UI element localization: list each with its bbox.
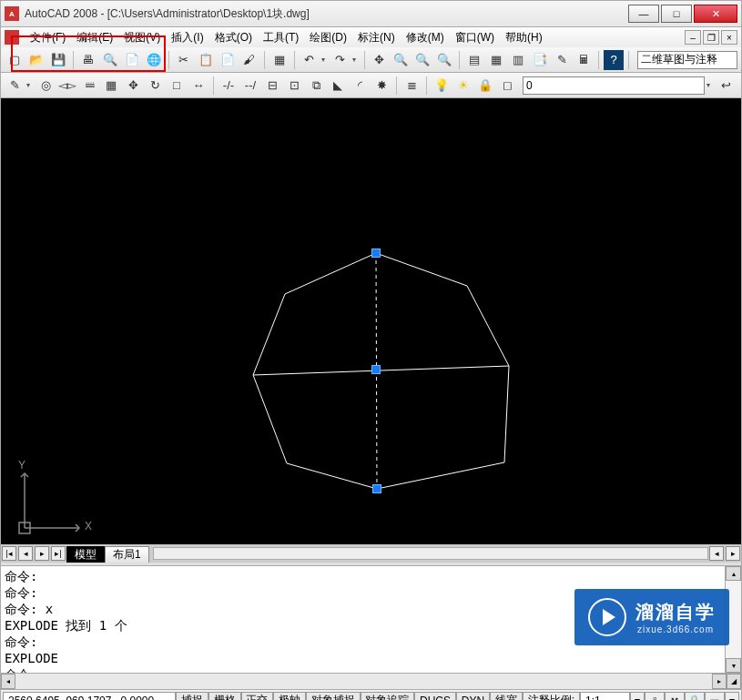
break-icon[interactable]: ⊡ <box>284 76 304 96</box>
menu-format[interactable]: 格式(O) <box>209 28 258 47</box>
rotate-icon[interactable]: ↻ <box>145 76 165 96</box>
layer-on-icon[interactable]: 💡 <box>432 76 452 96</box>
extend-icon[interactable]: --/ <box>240 76 260 96</box>
statusbar-menu-dropdown-icon[interactable]: ▾ <box>725 692 739 701</box>
scroll-left-button[interactable]: ◂ <box>1 674 15 689</box>
menu-insert[interactable]: 插入(I) <box>166 28 208 47</box>
toggle-osnap[interactable]: 对象捕捉 <box>306 692 361 701</box>
toggle-ortho[interactable]: 正交 <box>241 692 274 701</box>
polygon-midline[interactable] <box>253 366 509 375</box>
menu-view[interactable]: 视图(V) <box>118 28 166 47</box>
menu-dim[interactable]: 标注(N) <box>352 28 401 47</box>
grip-endpoint-bottom[interactable] <box>372 484 381 493</box>
break-point-icon[interactable]: ⊟ <box>262 76 282 96</box>
zoom-previous-icon[interactable]: 🔍 <box>434 50 454 70</box>
layers-icon[interactable]: ≣ <box>401 76 422 96</box>
tab-scroll-track[interactable] <box>153 547 708 560</box>
design-center-icon[interactable]: ▦ <box>486 50 506 70</box>
publish-icon[interactable]: 📄 <box>122 50 142 70</box>
annotation-scale-value[interactable]: 1:1 <box>580 692 630 701</box>
match-prop-icon[interactable]: 🖌 <box>239 50 259 70</box>
save-icon[interactable]: 💾 <box>48 50 68 70</box>
new-icon[interactable]: ▢ <box>5 50 25 70</box>
move-icon[interactable]: ✥ <box>123 76 143 96</box>
menu-modify[interactable]: 修改(M) <box>401 28 450 47</box>
toggle-lwt[interactable]: 线宽 <box>490 692 523 701</box>
scroll-down-button[interactable]: ▾ <box>726 658 741 673</box>
layer-selector[interactable] <box>523 76 705 95</box>
scroll-right-button[interactable]: ▸ <box>712 674 727 689</box>
join-icon[interactable]: ⧉ <box>306 76 326 96</box>
scroll-htrack[interactable] <box>15 674 712 689</box>
cut-icon[interactable]: ✂ <box>174 50 194 70</box>
menu-edit[interactable]: 编辑(E) <box>71 28 118 47</box>
layer-lock-icon[interactable]: 🔒 <box>475 76 495 96</box>
minimize-button[interactable]: — <box>628 5 659 23</box>
scale-icon[interactable]: □ <box>167 76 187 96</box>
properties-icon[interactable]: ▤ <box>464 50 484 70</box>
redo-dropdown-icon[interactable]: ▾ <box>352 56 360 64</box>
zoom-window-icon[interactable]: 🔍 <box>412 50 432 70</box>
layer-previous-icon[interactable]: ↩ <box>716 76 736 96</box>
quickcalc-icon[interactable]: 🖩 <box>574 50 594 70</box>
resize-grip-icon[interactable]: ◢ <box>727 674 741 689</box>
tool-palettes-icon[interactable]: ▥ <box>508 50 528 70</box>
drawing-canvas[interactable] <box>1 98 741 544</box>
tab-scroll-right[interactable]: ▸ <box>726 546 740 561</box>
workspace-selector[interactable] <box>637 51 737 69</box>
status-coordinates[interactable]: 2560.6495, 969.1707 , 0.0000 <box>3 692 176 701</box>
plot-preview-icon[interactable]: 🔍 <box>100 50 120 70</box>
paste-icon[interactable]: 📄 <box>218 50 238 70</box>
layer-dropdown-icon[interactable]: ▾ <box>706 81 714 89</box>
trim-icon[interactable]: -/- <box>219 76 239 96</box>
toggle-polar[interactable]: 极轴 <box>273 692 306 701</box>
annotation-visibility-icon[interactable]: ⟟ <box>645 692 665 701</box>
array-icon[interactable]: ▦ <box>101 76 121 96</box>
tab-scroll-left[interactable]: ◂ <box>709 546 724 561</box>
mirror-icon[interactable]: ◅▻ <box>57 76 77 96</box>
chamfer-icon[interactable]: ◣ <box>328 76 348 96</box>
offset-icon[interactable]: ⩸ <box>79 76 99 96</box>
toggle-ducs[interactable]: DUCS <box>414 692 456 701</box>
toggle-snap[interactable]: 捕捉 <box>176 692 208 701</box>
menu-help[interactable]: 帮助(H) <box>500 28 548 47</box>
menu-draw[interactable]: 绘图(D) <box>304 28 352 47</box>
copy-icon[interactable]: 📋 <box>196 50 216 70</box>
pan-icon[interactable]: ✥ <box>370 50 390 70</box>
mdi-close-button[interactable]: × <box>721 30 737 45</box>
toggle-grid[interactable]: 栅格 <box>208 692 241 701</box>
fillet-icon[interactable]: ◜ <box>350 76 370 96</box>
drawing-area[interactable]: X Y <box>0 98 742 544</box>
etransmit-icon[interactable]: 🌐 <box>144 50 164 70</box>
stretch-icon[interactable]: ↔ <box>188 76 208 96</box>
block-editor-icon[interactable]: ▦ <box>269 50 290 70</box>
scroll-up-button[interactable]: ▴ <box>726 566 741 581</box>
toggle-otrack[interactable]: 对象追踪 <box>361 692 415 701</box>
close-button[interactable]: ✕ <box>694 5 737 23</box>
zoom-realtime-icon[interactable]: 🔍 <box>391 50 412 70</box>
tab-next-button[interactable]: ▸ <box>35 546 49 561</box>
plot-icon[interactable]: 🖶 <box>78 50 98 70</box>
grip-endpoint-top[interactable] <box>371 249 381 258</box>
document-icon[interactable] <box>5 30 19 45</box>
erase-dropdown-icon[interactable]: ▾ <box>26 81 34 89</box>
tab-model[interactable]: 模型 <box>66 546 105 563</box>
mdi-minimize-button[interactable]: – <box>685 30 701 45</box>
maximize-button[interactable]: □ <box>661 5 692 23</box>
annotation-auto-icon[interactable]: ⤧ <box>665 692 685 701</box>
sheet-set-icon[interactable]: 📑 <box>530 50 550 70</box>
grip-midpoint[interactable] <box>371 365 381 374</box>
redo-icon[interactable]: ↷ <box>330 50 351 70</box>
tab-first-button[interactable]: |◂ <box>2 546 16 561</box>
command-hscrollbar[interactable]: ◂ ▸ ◢ <box>0 674 742 690</box>
help-icon[interactable]: ? <box>604 50 624 70</box>
toggle-dyn[interactable]: DYN <box>456 692 490 701</box>
undo-icon[interactable]: ↶ <box>300 50 320 70</box>
copy-obj-icon[interactable]: ◎ <box>36 76 56 96</box>
statusbar-fullscreen-icon[interactable]: ▭ <box>705 692 725 701</box>
markup-icon[interactable]: ✎ <box>552 50 572 70</box>
menu-tools[interactable]: 工具(T) <box>258 28 304 47</box>
undo-dropdown-icon[interactable]: ▾ <box>321 56 329 64</box>
explode-icon[interactable]: ✸ <box>371 76 391 96</box>
statusbar-lock-icon[interactable]: 🔒 <box>685 692 705 701</box>
